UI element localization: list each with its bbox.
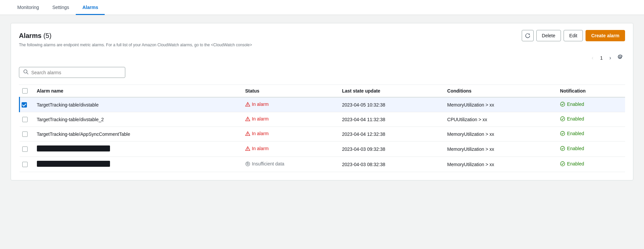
table-row: Insufficient data 2023-04-03 08:32:38Mem… [20,157,625,172]
tabs-bar: Monitoring Settings Alarms [0,0,644,15]
redacted-name-bar [37,161,110,167]
svg-point-14 [246,162,250,166]
alarm-name-cell: TargetTracking-table/AppSyncCommentTable [33,127,241,141]
col-alarm-name: Alarm name [33,85,241,97]
status-label: In alarm [252,131,269,136]
pagination-next-button[interactable]: › [607,54,614,62]
alarm-name-cell [33,141,241,157]
col-notification: Notification [556,85,625,97]
row-checkbox[interactable] [22,102,27,108]
conditions-cell: MemoryUtilization > xx [443,127,556,141]
card-actions: Delete Edit Create alarm [522,30,625,41]
table-row: TargetTracking-table/divstable_2 In alar… [20,112,625,127]
check-circle-icon [560,131,565,136]
alarm-name-cell: TargetTracking-table/divstable_2 [33,112,241,127]
insufficient-icon [245,161,250,166]
last-state-update-cell: 2023-04-03 08:32:38 [338,157,443,172]
table-row: TargetTracking-table/divstable In alarm … [20,97,625,112]
svg-point-3 [248,105,248,106]
tab-settings[interactable]: Settings [46,0,76,15]
row-checkbox-cell [20,97,33,112]
notification-label: Enabled [567,146,584,151]
row-checkbox[interactable] [22,146,28,152]
check-circle-icon [560,146,565,151]
notification-label: Enabled [567,116,584,122]
notification-label: Enabled [567,131,584,136]
refresh-button[interactable] [522,30,534,41]
alarms-table: Alarm name Status Last state update Cond… [19,85,625,172]
notification-cell: Enabled [556,112,625,127]
check-circle-icon [560,102,565,107]
col-conditions: Conditions [443,85,556,97]
svg-point-15 [247,163,249,165]
row-checkbox[interactable] [22,162,28,167]
notification-badge: Enabled [560,161,584,166]
status-badge: In alarm [245,102,269,107]
row-checkbox-cell [20,157,33,172]
notification-label: Enabled [567,161,584,166]
alarms-card: Alarms (5) Delete Edit Create alarm [11,23,633,180]
status-label: In alarm [252,116,269,122]
create-alarm-button[interactable]: Create alarm [586,30,625,41]
notification-label: Enabled [567,102,584,107]
search-input[interactable] [31,70,121,75]
search-bar [19,67,125,78]
row-checkbox[interactable] [22,117,28,122]
row-checkbox-cell [20,127,33,141]
notification-badge: Enabled [560,102,584,107]
status-cell: In alarm [241,97,338,112]
svg-line-1 [27,73,28,74]
status-badge: Insufficient data [245,161,284,166]
last-state-update-cell: 2023-04-04 12:32:38 [338,127,443,141]
status-badge: In alarm [245,116,269,122]
row-checkbox-cell [20,112,33,127]
conditions-cell: MemoryUtilization > xx [443,97,556,112]
svg-point-17 [561,162,565,166]
alarm-icon [245,102,250,107]
status-label: Insufficient data [252,161,284,166]
redacted-name-bar [37,145,110,151]
row-checkbox-cell [20,141,33,157]
svg-point-10 [561,131,565,136]
svg-point-9 [248,134,248,135]
status-badge: In alarm [245,131,269,136]
svg-point-13 [561,146,565,151]
alarm-name-cell: TargetTracking-table/divstable [33,97,241,112]
table-row: TargetTracking-table/AppSyncCommentTable… [20,127,625,141]
status-badge: In alarm [245,146,269,151]
select-all-checkbox[interactable] [22,88,28,94]
edit-button[interactable]: Edit [564,30,583,41]
notification-badge: Enabled [560,131,584,136]
pagination-current: 1 [597,54,605,62]
refresh-icon [525,33,530,38]
svg-point-6 [248,120,248,120]
pagination-prev-button[interactable]: ‹ [589,54,596,62]
last-state-update-cell: 2023-04-03 09:32:38 [338,141,443,157]
main-content: Alarms (5) Delete Edit Create alarm [0,15,644,188]
card-title-text: Alarms [19,32,42,39]
table-row: In alarm 2023-04-03 09:32:38MemoryUtiliz… [20,141,625,157]
card-subtitle: The following alarms are endpoint metric… [19,43,625,47]
page-wrapper: Monitoring Settings Alarms Alarms (5) [0,0,644,249]
last-state-update-cell: 2023-04-05 10:32:38 [338,97,443,112]
card-title-area: Alarms (5) [19,32,52,40]
table-settings-button[interactable] [615,53,625,63]
tab-monitoring[interactable]: Monitoring [11,0,46,15]
notification-cell: Enabled [556,157,625,172]
row-checkbox[interactable] [22,131,28,137]
col-last-state-update: Last state update [338,85,443,97]
svg-point-12 [248,149,248,150]
check-circle-icon [560,116,565,122]
status-label: In alarm [252,146,269,151]
delete-button[interactable]: Delete [536,30,561,41]
conditions-cell: MemoryUtilization > xx [443,141,556,157]
check-circle-icon [560,161,565,166]
pagination-row: ‹ 1 › [19,53,625,63]
status-cell: In alarm [241,141,338,157]
table-header-row: Alarm name Status Last state update Cond… [20,85,625,97]
last-state-update-cell: 2023-04-04 11:32:38 [338,112,443,127]
search-icon [23,69,29,76]
conditions-cell: MemoryUtilization > xx [443,157,556,172]
tab-alarms[interactable]: Alarms [76,0,105,15]
alarm-name-cell [33,157,241,172]
